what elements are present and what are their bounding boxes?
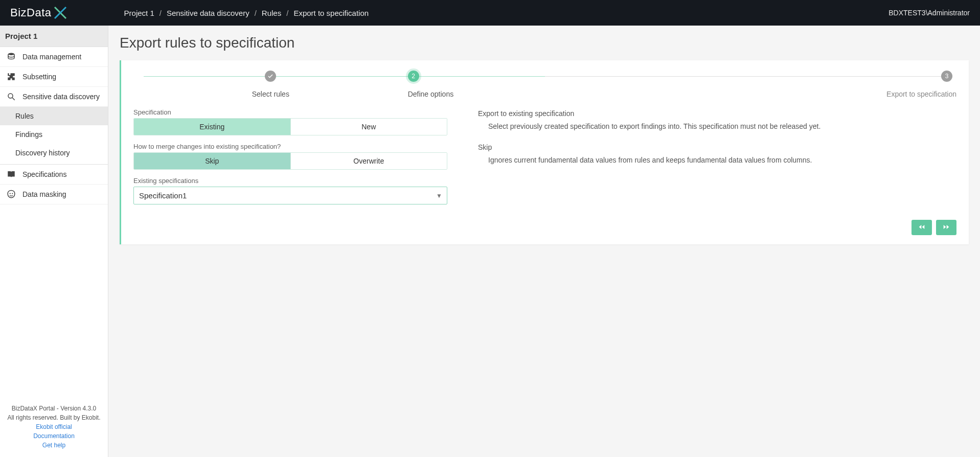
footer-link-docs[interactable]: Documentation (3, 431, 105, 441)
check-icon (265, 71, 276, 82)
existing-specs-label: Existing specifications (133, 177, 447, 185)
merge-toggle: Skip Overwrite (133, 152, 447, 170)
logo-text: BizData (10, 6, 52, 19)
sidebar-item-data-management[interactable]: Data management (0, 47, 108, 67)
sidebar-subitem-label: Rules (15, 112, 34, 120)
svg-line-2 (12, 98, 15, 100)
sidebar-item-label: Specifications (22, 170, 66, 178)
help-text-2: Ignores current fundamental data values … (478, 155, 956, 166)
database-icon (6, 52, 16, 61)
step-label: Define options (408, 90, 682, 98)
sidebar-item-label: Data masking (22, 190, 66, 198)
step-label: Export to specification (682, 90, 956, 98)
step-number: 3 (941, 71, 952, 82)
logo-x-icon (53, 5, 68, 20)
sidebar-subitem-label: Discovery history (15, 149, 70, 157)
wizard-prev-button[interactable] (911, 220, 932, 235)
breadcrumb-project[interactable]: Project 1 (124, 9, 154, 17)
main: Project 1 Data management Subsetting Sen… (0, 26, 980, 457)
sidebar-project-header[interactable]: Project 1 (0, 26, 108, 47)
step-3[interactable]: 3 Export to specification (682, 71, 956, 98)
content: Export rules to specification Select rul… (108, 26, 980, 457)
footer-version: BizDataX Portal - Version 4.3.0 (3, 404, 105, 413)
sidebar-subitem-rules[interactable]: Rules (0, 107, 108, 125)
specification-toggle: Existing New (133, 118, 447, 135)
wizard-body: Specification Existing New How to merge … (133, 108, 956, 204)
breadcrumb-rules[interactable]: Rules (262, 9, 281, 17)
sidebar-item-label: Sensitive data discovery (22, 93, 100, 101)
sidebar-item-sensitive-data-discovery[interactable]: Sensitive data discovery (0, 87, 108, 107)
help-column: Export to existing specification Select … (478, 108, 956, 204)
stepper: Select rules 2 Define options 3 Export t… (133, 71, 956, 98)
footer-link-help[interactable]: Get help (3, 441, 105, 450)
breadcrumb-current: Export to specification (293, 9, 369, 17)
spec-option-existing[interactable]: Existing (134, 119, 290, 135)
sidebar-subnav-discovery: Rules Findings Discovery history (0, 107, 108, 165)
footer-link-ekobit[interactable]: Ekobit official (3, 422, 105, 431)
form-column: Specification Existing New How to merge … (133, 108, 447, 204)
sidebar-subitem-label: Findings (15, 130, 42, 139)
merge-label: How to merge changes into existing speci… (133, 143, 447, 150)
sidebar: Project 1 Data management Subsetting Sen… (0, 26, 108, 457)
breadcrumb-sdd[interactable]: Sensitive data discovery (167, 9, 249, 17)
breadcrumb-sep: / (159, 9, 162, 17)
merge-option-skip[interactable]: Skip (134, 153, 290, 169)
search-icon (6, 92, 16, 101)
svg-point-1 (8, 94, 13, 98)
existing-specs-select-wrap: Specification1 ▼ (133, 187, 447, 204)
page-title: Export rules to specification (120, 35, 969, 51)
puzzle-icon (6, 72, 16, 81)
sidebar-footer: BizDataX Portal - Version 4.3.0 All righ… (0, 399, 108, 457)
wizard-nav (133, 220, 956, 235)
sidebar-subitem-findings[interactable]: Findings (0, 125, 108, 144)
sidebar-item-subsetting[interactable]: Subsetting (0, 67, 108, 87)
book-icon (6, 170, 16, 179)
svg-point-3 (10, 193, 11, 194)
step-number: 2 (408, 71, 419, 82)
logo[interactable]: BizData (10, 5, 68, 20)
help-text-1: Select previously created specification … (478, 121, 956, 132)
forward-icon (942, 223, 950, 233)
breadcrumb-sep: / (255, 9, 257, 17)
sidebar-item-data-masking[interactable]: Data masking (0, 185, 108, 204)
help-heading-2: Skip (478, 142, 956, 153)
help-heading-1: Export to existing specification (478, 108, 956, 119)
wizard-next-button[interactable] (936, 220, 956, 235)
existing-specs-select[interactable]: Specification1 (133, 187, 447, 204)
sidebar-item-label: Subsetting (22, 73, 56, 81)
sidebar-item-label: Data management (22, 53, 81, 61)
wizard-card: Select rules 2 Define options 3 Export t… (120, 60, 969, 244)
topbar: BizData Project 1 / Sensitive data disco… (0, 0, 980, 26)
sidebar-item-specifications[interactable]: Specifications (0, 165, 108, 185)
step-label: Select rules (133, 90, 408, 98)
mask-icon (6, 190, 16, 199)
merge-option-overwrite[interactable]: Overwrite (290, 153, 447, 169)
svg-point-0 (8, 53, 14, 56)
step-2[interactable]: 2 Define options (408, 71, 682, 98)
step-1[interactable]: Select rules (133, 71, 408, 98)
breadcrumb-sep: / (286, 9, 288, 17)
user-label[interactable]: BDXTEST3\Administrator (888, 9, 970, 17)
spec-option-new[interactable]: New (290, 119, 447, 135)
rewind-icon (918, 223, 926, 233)
specification-label: Specification (133, 108, 447, 116)
breadcrumb: Project 1 / Sensitive data discovery / R… (124, 9, 889, 17)
svg-point-4 (12, 193, 13, 194)
sidebar-subitem-discovery-history[interactable]: Discovery history (0, 144, 108, 162)
footer-copyright: All rights reserved. Built by Ekobit. (3, 413, 105, 422)
